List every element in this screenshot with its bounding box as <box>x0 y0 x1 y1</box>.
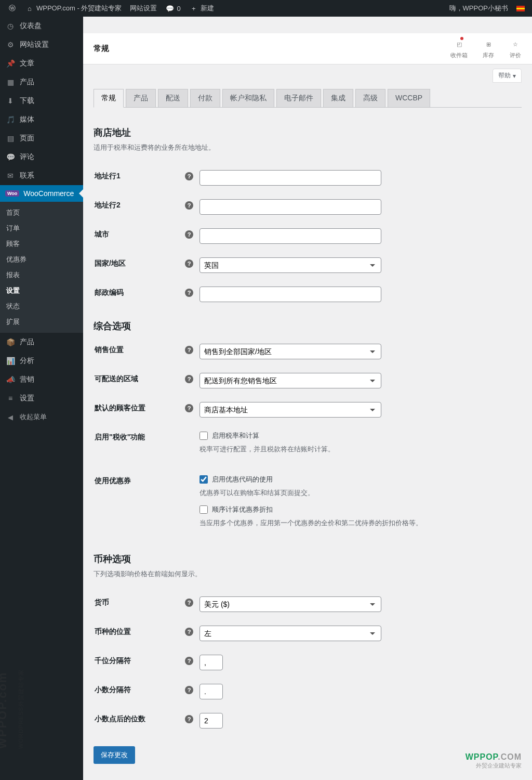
help-tip-icon[interactable]: ? <box>185 201 193 210</box>
help-tip-icon[interactable]: ? <box>185 375 193 383</box>
menu-downloads[interactable]: ⬇下载 <box>0 92 83 110</box>
select-currency[interactable]: 美元 ($) <box>200 596 381 612</box>
tab-wccbp[interactable]: WCCBP <box>388 89 430 108</box>
menu-woocommerce[interactable]: WooWooCommerce <box>0 185 83 202</box>
admin-sidebar: ◷仪表盘 ⚙网站设置 📌文章 ▦产品 ⬇下载 🎵媒体 ▤页面 💬评论 ✉联系 W… <box>0 17 83 774</box>
select-sell-loc[interactable]: 销售到全部国家/地区 <box>200 344 381 359</box>
mail-icon: ✉ <box>5 171 16 181</box>
menu-analytics[interactable]: 📊分析 <box>0 352 83 370</box>
help-tip-icon[interactable]: ? <box>185 172 193 180</box>
tab-integration[interactable]: 集成 <box>323 89 353 108</box>
select-default-cust-loc[interactable]: 商店基本地址 <box>200 402 381 418</box>
collapse-menu[interactable]: ◀收起菜单 <box>0 408 83 426</box>
comment-icon: 💬 <box>165 4 175 13</box>
settings-form: 商店地址 适用于税率和运费将的业务所在地地址。 地址行1? 地址行2? 城市? … <box>83 108 532 774</box>
tab-general[interactable]: 常规 <box>94 89 124 108</box>
label-position: 币种的位置 <box>95 627 131 636</box>
help-tip-icon[interactable]: ? <box>185 628 193 636</box>
submenu-extensions[interactable]: 扩展 <box>0 314 83 330</box>
tab-advanced[interactable]: 高级 <box>355 89 385 108</box>
tab-payments[interactable]: 付款 <box>190 89 220 108</box>
menu-settings[interactable]: ≡设置 <box>0 389 83 408</box>
select-ship-loc[interactable]: 配送到所有您销售地区 <box>200 373 381 388</box>
wp-logo[interactable]: ⓦ <box>3 0 21 17</box>
menu-label: 设置 <box>20 394 34 403</box>
checkbox-enable-tax[interactable] <box>200 432 208 440</box>
label-addr1: 地址行1 <box>95 172 121 181</box>
site-settings-link[interactable]: 网站设置 <box>126 0 161 17</box>
label-city: 城市 <box>95 230 109 239</box>
menu-label: 网站设置 <box>20 40 49 49</box>
submenu-coupons[interactable]: 优惠券 <box>0 252 83 267</box>
menu-posts[interactable]: 📌文章 <box>0 54 83 73</box>
checkbox-seq-coupons[interactable] <box>200 505 208 514</box>
menu-media[interactable]: 🎵媒体 <box>0 110 83 129</box>
section-heading-currency: 币种选项 <box>94 553 522 565</box>
site-title-link[interactable]: ⌂WPPOP.com - 外贸建站专家 <box>21 0 126 17</box>
help-tab-toggle[interactable]: 帮助▾ <box>493 69 522 83</box>
input-thousand-sep[interactable] <box>200 655 223 670</box>
site-title-text: WPPOP.com - 外贸建站专家 <box>36 4 122 13</box>
header-tab-inbox[interactable]: ◰ 收件箱 <box>450 38 468 59</box>
input-addr1[interactable] <box>200 170 381 186</box>
input-addr2[interactable] <box>200 199 381 215</box>
input-postcode[interactable] <box>200 287 381 302</box>
tab-label: 评价 <box>510 51 521 59</box>
help-tip-icon[interactable]: ? <box>185 289 193 297</box>
submenu-home[interactable]: 首页 <box>0 205 83 220</box>
new-content-link[interactable]: +新建 <box>185 0 218 17</box>
desc-enable-tax: 税率可进行配置，并且税款将在结账时计算。 <box>200 445 515 454</box>
save-button[interactable]: 保存更改 <box>94 746 135 764</box>
checkbox-use-coupons[interactable] <box>200 475 208 484</box>
select-country[interactable]: 英国 <box>200 257 381 273</box>
menu-products[interactable]: ▦产品 <box>0 73 83 92</box>
submenu-reports[interactable]: 报表 <box>0 267 83 283</box>
watermark-com: .COM <box>498 752 522 761</box>
label-sell-loc: 销售位置 <box>95 345 124 355</box>
comments-link[interactable]: 💬0 <box>161 0 184 17</box>
input-num-decimals[interactable] <box>200 713 223 729</box>
help-tip-icon[interactable]: ? <box>185 346 193 354</box>
help-tip-icon[interactable]: ? <box>185 657 193 665</box>
help-tip-icon[interactable]: ? <box>185 599 193 607</box>
submenu-settings[interactable]: 设置 <box>0 283 83 298</box>
select-position[interactable]: 左 <box>200 626 381 641</box>
flag-icon <box>516 6 525 11</box>
help-tip-icon[interactable]: ? <box>185 715 193 723</box>
menu-marketing[interactable]: 📣营销 <box>0 370 83 389</box>
label-decimal: 小数分隔符 <box>95 685 131 695</box>
tab-emails[interactable]: 电子邮件 <box>276 89 321 108</box>
menu-contact[interactable]: ✉联系 <box>0 166 83 185</box>
submenu-customers[interactable]: 顾客 <box>0 236 83 252</box>
menu-comments[interactable]: 💬评论 <box>0 148 83 166</box>
label-decimals: 小数点后的位数 <box>95 714 145 724</box>
tab-products[interactable]: 产品 <box>126 89 156 108</box>
watermark-tagline: 外贸企业建站专家 <box>466 762 522 770</box>
tab-accounts[interactable]: 帐户和隐私 <box>222 89 274 108</box>
menu-products2[interactable]: 📦产品 <box>0 333 83 352</box>
submenu-orders[interactable]: 订单 <box>0 220 83 236</box>
header-tab-reviews[interactable]: ☆ 评价 <box>509 38 522 59</box>
checkbox-label: 顺序计算优惠券折扣 <box>212 505 273 514</box>
help-tip-icon[interactable]: ? <box>185 259 193 268</box>
tab-shipping[interactable]: 配送 <box>158 89 188 108</box>
menu-label: 下载 <box>20 96 34 106</box>
woocommerce-submenu: 首页 订单 顾客 优惠券 报表 设置 状态 扩展 <box>0 202 83 333</box>
input-decimal-sep[interactable] <box>200 684 223 699</box>
help-tip-icon[interactable]: ? <box>185 230 193 239</box>
user-greeting[interactable]: 嗨，WPPOP小秘书 <box>445 0 512 17</box>
header-tab-stock[interactable]: ⊞ 库存 <box>482 38 495 59</box>
language-switch[interactable] <box>512 0 529 17</box>
cube-icon: 📦 <box>5 337 16 347</box>
label-currency: 货币 <box>95 598 109 607</box>
menu-label: 评论 <box>20 152 34 162</box>
menu-pages[interactable]: ▤页面 <box>0 129 83 148</box>
help-tip-icon[interactable]: ? <box>185 686 193 694</box>
input-city[interactable] <box>200 228 381 244</box>
submenu-status[interactable]: 状态 <box>0 298 83 314</box>
menu-dashboard[interactable]: ◷仪表盘 <box>0 17 83 35</box>
menu-label: 仪表盘 <box>20 21 42 31</box>
menu-site-settings[interactable]: ⚙网站设置 <box>0 35 83 54</box>
new-item-label: 新建 <box>201 4 214 13</box>
help-tip-icon[interactable]: ? <box>185 404 193 412</box>
